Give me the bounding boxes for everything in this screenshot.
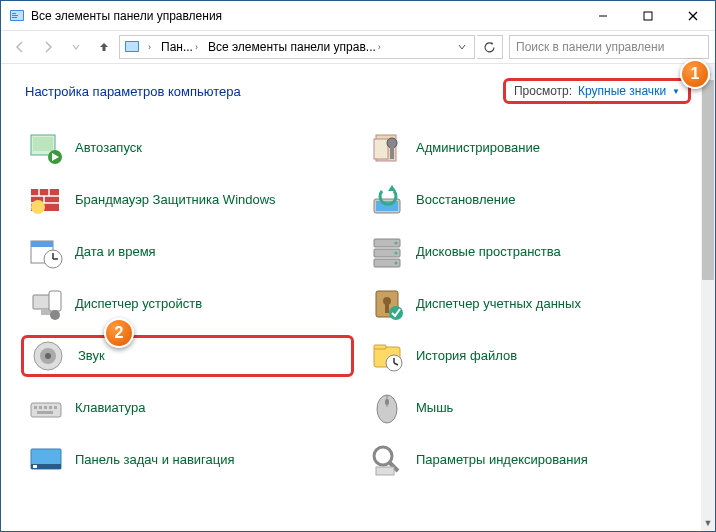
search-input[interactable]: Поиск в панели управлени bbox=[509, 35, 709, 59]
item-sound[interactable]: Звук 2 bbox=[21, 335, 354, 377]
svg-rect-28 bbox=[31, 241, 53, 247]
svg-rect-66 bbox=[33, 465, 37, 468]
svg-rect-58 bbox=[49, 406, 52, 409]
item-label: Мышь bbox=[416, 401, 453, 416]
item-filehist[interactable]: История файлов bbox=[362, 335, 695, 377]
svg-point-24 bbox=[31, 200, 45, 214]
content-area: Автозапуск Администрирование Брандмауэр … bbox=[1, 119, 701, 531]
item-storage[interactable]: Дисковые пространства bbox=[362, 231, 695, 273]
svg-rect-10 bbox=[126, 42, 138, 51]
view-selector[interactable]: Просмотр: Крупные значки ▼ 1 bbox=[503, 78, 691, 104]
window-buttons bbox=[580, 1, 715, 31]
item-mouse[interactable]: Мышь bbox=[362, 387, 695, 429]
scroll-thumb[interactable] bbox=[702, 80, 714, 280]
svg-rect-57 bbox=[44, 406, 47, 409]
item-admin[interactable]: Администрирование bbox=[362, 127, 695, 169]
item-label: Автозапуск bbox=[75, 141, 142, 156]
svg-rect-59 bbox=[54, 406, 57, 409]
forward-button[interactable] bbox=[35, 34, 61, 60]
item-firewall[interactable]: Брандмауэр Защитника Windows bbox=[21, 179, 354, 221]
view-value: Крупные значки bbox=[578, 84, 666, 98]
item-label: Панель задач и навигация bbox=[75, 453, 235, 468]
svg-point-48 bbox=[45, 353, 51, 359]
item-keyboard[interactable]: Клавиатура bbox=[21, 387, 354, 429]
svg-rect-6 bbox=[644, 12, 652, 20]
item-devices[interactable]: Диспетчер устройств bbox=[21, 283, 354, 325]
svg-rect-55 bbox=[34, 406, 37, 409]
refresh-button[interactable] bbox=[477, 35, 503, 59]
control-panel-window: Все элементы панели управления › Пан...›… bbox=[0, 0, 716, 532]
minimize-button[interactable] bbox=[580, 1, 625, 31]
item-label: Дисковые пространства bbox=[416, 245, 561, 260]
close-button[interactable] bbox=[670, 1, 715, 31]
svg-rect-3 bbox=[12, 15, 18, 16]
items-grid: Автозапуск Администрирование Брандмауэр … bbox=[21, 127, 695, 481]
page-heading: Настройка параметров компьютера bbox=[25, 84, 241, 99]
recovery-icon bbox=[368, 181, 406, 219]
svg-rect-40 bbox=[49, 291, 61, 311]
breadcrumb-dropdown[interactable] bbox=[454, 36, 470, 58]
keyboard-icon bbox=[27, 389, 65, 427]
item-label: Параметры индексирования bbox=[416, 453, 588, 468]
svg-rect-17 bbox=[390, 147, 394, 159]
firewall-icon bbox=[27, 181, 65, 219]
item-credmgr[interactable]: Диспетчер учетных данных bbox=[362, 283, 695, 325]
taskbar-icon bbox=[27, 441, 65, 479]
annotation-callout-1: 1 bbox=[680, 59, 710, 89]
svg-point-41 bbox=[50, 310, 60, 320]
annotation-callout-2: 2 bbox=[104, 318, 134, 348]
sound-icon bbox=[30, 337, 68, 375]
back-button[interactable] bbox=[7, 34, 33, 60]
control-panel-icon bbox=[9, 8, 25, 24]
titlebar: Все элементы панели управления bbox=[1, 1, 715, 31]
item-label: Дата и время bbox=[75, 245, 156, 260]
control-panel-icon bbox=[124, 39, 140, 55]
item-label: Администрирование bbox=[416, 141, 540, 156]
item-label: Клавиатура bbox=[75, 401, 145, 416]
svg-rect-50 bbox=[374, 345, 386, 349]
credmgr-icon bbox=[368, 285, 406, 323]
datetime-icon bbox=[27, 233, 65, 271]
svg-rect-54 bbox=[31, 403, 61, 417]
window-title: Все элементы панели управления bbox=[31, 9, 580, 23]
up-button[interactable] bbox=[91, 34, 117, 60]
svg-point-37 bbox=[395, 262, 398, 265]
svg-rect-56 bbox=[39, 406, 42, 409]
autoplay-icon bbox=[27, 129, 65, 167]
item-label: История файлов bbox=[416, 349, 517, 364]
breadcrumb-item[interactable]: › bbox=[142, 36, 155, 58]
maximize-button[interactable] bbox=[625, 1, 670, 31]
heading-row: Настройка параметров компьютера Просмотр… bbox=[1, 64, 715, 118]
item-recovery[interactable]: Восстановление bbox=[362, 179, 695, 221]
breadcrumb-item[interactable]: Пан...› bbox=[157, 36, 202, 58]
recent-button[interactable] bbox=[63, 34, 89, 60]
filehist-icon bbox=[368, 337, 406, 375]
admin-icon bbox=[368, 129, 406, 167]
scrollbar[interactable]: ▲ ▼ bbox=[701, 64, 715, 531]
item-indexing[interactable]: Параметры индексирования bbox=[362, 439, 695, 481]
chevron-down-icon: ▼ bbox=[672, 87, 680, 96]
svg-rect-60 bbox=[37, 411, 53, 414]
svg-point-36 bbox=[395, 252, 398, 255]
view-label: Просмотр: bbox=[514, 84, 572, 98]
item-label: Звук bbox=[78, 349, 105, 364]
search-placeholder: Поиск в панели управлени bbox=[516, 40, 664, 54]
breadcrumb-bar[interactable]: › Пан...› Все элементы панели управ...› bbox=[119, 35, 475, 59]
item-taskbar[interactable]: Панель задач и навигация bbox=[21, 439, 354, 481]
svg-point-16 bbox=[387, 138, 397, 148]
breadcrumb-item[interactable]: Все элементы панели управ...› bbox=[204, 36, 385, 58]
indexing-icon bbox=[368, 441, 406, 479]
mouse-icon bbox=[368, 389, 406, 427]
devices-icon bbox=[27, 285, 65, 323]
svg-point-35 bbox=[395, 242, 398, 245]
address-bar: › Пан...› Все элементы панели управ...› … bbox=[1, 31, 715, 64]
svg-rect-69 bbox=[376, 467, 394, 475]
scroll-down-arrow[interactable]: ▼ bbox=[701, 515, 715, 531]
item-datetime[interactable]: Дата и время bbox=[21, 231, 354, 273]
item-label: Брандмауэр Защитника Windows bbox=[75, 193, 276, 208]
svg-rect-4 bbox=[12, 17, 17, 18]
item-label: Восстановление bbox=[416, 193, 515, 208]
svg-rect-12 bbox=[33, 137, 53, 151]
item-autoplay[interactable]: Автозапуск bbox=[21, 127, 354, 169]
item-label: Диспетчер учетных данных bbox=[416, 297, 581, 312]
